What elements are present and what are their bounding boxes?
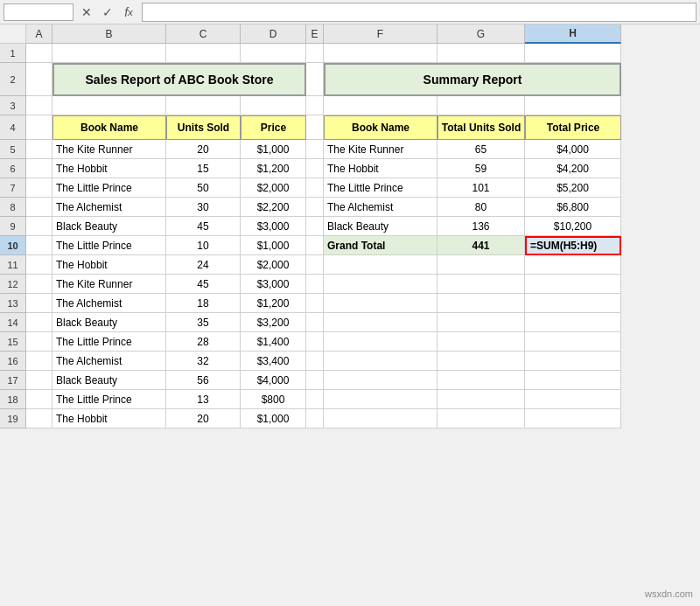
cell-D9[interactable]: $3,000 [241, 217, 306, 236]
cell-G14[interactable] [438, 313, 525, 332]
cell-C3[interactable] [166, 96, 241, 115]
cell-D4[interactable]: Price [241, 115, 306, 140]
cell-A15[interactable] [26, 332, 52, 352]
cell-F16[interactable] [324, 352, 438, 371]
cell-H3[interactable] [525, 96, 621, 115]
name-box[interactable]: H10 [4, 3, 74, 21]
cell-G18[interactable] [438, 390, 525, 409]
cell-G6[interactable]: 59 [438, 159, 525, 178]
cell-F7[interactable]: The Little Prince [324, 178, 438, 198]
cell-H12[interactable] [525, 275, 621, 294]
cell-D18[interactable]: $800 [241, 390, 306, 409]
cell-E10[interactable] [306, 236, 324, 255]
cell-C7[interactable]: 50 [166, 178, 241, 198]
cell-G8[interactable]: 80 [438, 198, 525, 217]
col-G[interactable]: G [438, 24, 525, 44]
cell-E14[interactable] [306, 313, 324, 332]
cell-A11[interactable] [26, 255, 52, 275]
cell-B12[interactable]: The Kite Runner [52, 275, 166, 294]
cell-C9[interactable]: 45 [166, 217, 241, 236]
cell-B18[interactable]: The Little Prince [52, 390, 166, 409]
cell-C4[interactable]: Units Sold [166, 115, 241, 140]
cell-B6[interactable]: The Hobbit [52, 159, 166, 178]
cell-C18[interactable]: 13 [166, 390, 241, 409]
cell-E18[interactable] [306, 390, 324, 409]
col-B[interactable]: B [52, 24, 166, 44]
cell-H8[interactable]: $6,800 [525, 198, 621, 217]
cell-H15[interactable] [525, 332, 621, 352]
cell-F8[interactable]: The Alchemist [324, 198, 438, 217]
cell-C5[interactable]: 20 [166, 140, 241, 159]
cell-E5[interactable] [306, 140, 324, 159]
cell-D3[interactable] [241, 96, 306, 115]
cell-B14[interactable]: Black Beauty [52, 313, 166, 332]
cell-B13[interactable]: The Alchemist [52, 294, 166, 313]
cell-D10[interactable]: $1,000 [241, 236, 306, 255]
col-D[interactable]: D [241, 24, 306, 44]
cell-D13[interactable]: $1,200 [241, 294, 306, 313]
cell-G15[interactable] [438, 332, 525, 352]
cell-E13[interactable] [306, 294, 324, 313]
cell-C8[interactable]: 30 [166, 198, 241, 217]
cell-B15[interactable]: The Little Prince [52, 332, 166, 352]
cell-F13[interactable] [324, 294, 438, 313]
cell-C16[interactable]: 32 [166, 352, 241, 371]
cell-A6[interactable] [26, 159, 52, 178]
cell-C17[interactable]: 56 [166, 371, 241, 390]
cell-B1[interactable] [52, 44, 166, 63]
cell-C1[interactable] [166, 44, 241, 63]
cell-G19[interactable] [438, 409, 525, 428]
confirm-btn[interactable]: ✓ [98, 3, 117, 22]
cell-F6[interactable]: The Hobbit [324, 159, 438, 178]
cell-B4[interactable]: Book Name [52, 115, 166, 140]
cell-H11[interactable] [525, 255, 621, 275]
cell-G10[interactable]: 441 [438, 236, 525, 255]
cell-A4[interactable] [26, 115, 52, 140]
cell-A9[interactable] [26, 217, 52, 236]
cell-B9[interactable]: Black Beauty [52, 217, 166, 236]
cell-F19[interactable] [324, 409, 438, 428]
cell-D17[interactable]: $4,000 [241, 371, 306, 390]
cell-B16[interactable]: The Alchemist [52, 352, 166, 371]
cell-A17[interactable] [26, 371, 52, 390]
cell-C15[interactable]: 28 [166, 332, 241, 352]
cell-E15[interactable] [306, 332, 324, 352]
cell-B3[interactable] [52, 96, 166, 115]
cell-A10[interactable] [26, 236, 52, 255]
cell-C19[interactable]: 20 [166, 409, 241, 428]
cell-F18[interactable] [324, 390, 438, 409]
cell-G16[interactable] [438, 352, 525, 371]
cell-A2[interactable] [26, 63, 52, 96]
cell-F1[interactable] [324, 44, 438, 63]
cell-E4[interactable] [306, 115, 324, 140]
cell-E9[interactable] [306, 217, 324, 236]
cell-G5[interactable]: 65 [438, 140, 525, 159]
cell-E6[interactable] [306, 159, 324, 178]
col-C[interactable]: C [166, 24, 241, 44]
cell-A12[interactable] [26, 275, 52, 294]
cell-E7[interactable] [306, 178, 324, 198]
cell-D12[interactable]: $3,000 [241, 275, 306, 294]
cell-G9[interactable]: 136 [438, 217, 525, 236]
cell-G1[interactable] [438, 44, 525, 63]
cell-B8[interactable]: The Alchemist [52, 198, 166, 217]
cell-A18[interactable] [26, 390, 52, 409]
cell-E8[interactable] [306, 198, 324, 217]
cell-F14[interactable] [324, 313, 438, 332]
cell-E16[interactable] [306, 352, 324, 371]
col-E[interactable]: E [306, 24, 324, 44]
cell-G7[interactable]: 101 [438, 178, 525, 198]
cell-E11[interactable] [306, 255, 324, 275]
col-F[interactable]: F [324, 24, 438, 44]
cell-B11[interactable]: The Hobbit [52, 255, 166, 275]
cell-D8[interactable]: $2,200 [241, 198, 306, 217]
cell-H4[interactable]: Total Price [525, 115, 621, 140]
cell-H6[interactable]: $4,200 [525, 159, 621, 178]
cell-C13[interactable]: 18 [166, 294, 241, 313]
formula-input[interactable]: =SUM(H5:H9) [142, 3, 696, 22]
cell-B10[interactable]: The Little Prince [52, 236, 166, 255]
cell-E3[interactable] [306, 96, 324, 115]
cell-D1[interactable] [241, 44, 306, 63]
cell-G17[interactable] [438, 371, 525, 390]
function-btn[interactable]: fx [119, 3, 138, 22]
